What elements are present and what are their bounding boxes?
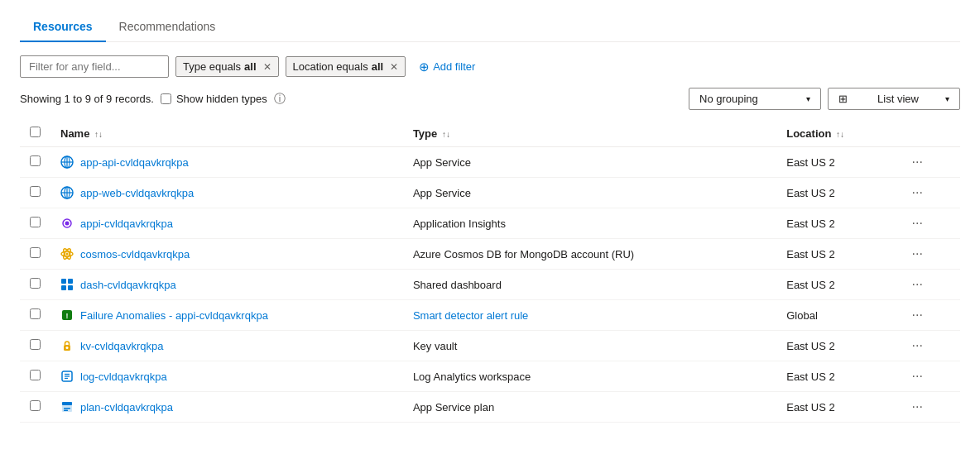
- header-type: Type ↑↓: [403, 120, 776, 147]
- type-link[interactable]: Smart detector alert rule: [413, 309, 528, 322]
- resource-name-link[interactable]: app-api-cvldqavkrqkpa: [80, 156, 189, 169]
- svg-point-13: [66, 253, 69, 256]
- more-actions-button[interactable]: ···: [907, 275, 928, 294]
- location-text: East US 2: [786, 218, 835, 230]
- resource-name-link[interactable]: log-cvldqavkrqkpa: [80, 371, 167, 383]
- more-actions-button[interactable]: ···: [907, 153, 928, 171]
- row-actions-cell: ···: [897, 331, 960, 361]
- grouping-label: No grouping: [699, 93, 758, 105]
- tab-recommendations[interactable]: Recommendations: [106, 13, 229, 41]
- location-text: Global: [786, 309, 818, 322]
- resource-name-link[interactable]: appi-cvldqavkrqkpa: [80, 218, 173, 230]
- type-text: Azure Cosmos DB for MongoDB account (RU): [413, 248, 634, 261]
- grouping-dropdown[interactable]: No grouping ▾: [689, 88, 821, 110]
- row-location-cell: East US 2: [776, 361, 896, 392]
- row-checkbox-cell: [20, 147, 50, 178]
- header-name: Name ↑↓: [50, 120, 403, 147]
- more-actions-button[interactable]: ···: [907, 214, 928, 232]
- row-checkbox[interactable]: [30, 217, 41, 227]
- row-name-cell: log-cvldqavkrqkpa: [50, 361, 403, 392]
- row-checkbox[interactable]: [30, 339, 41, 350]
- table-row: appi-cvldqavkrqkpa Application Insights …: [20, 208, 960, 239]
- svg-rect-15: [68, 279, 73, 284]
- resource-icon: [60, 400, 74, 414]
- row-name-cell: ! Failure Anomalies - appi-cvldqavkrqkpa: [50, 300, 403, 331]
- add-filter-button[interactable]: ⊕ Add filter: [412, 56, 482, 78]
- resource-name-link[interactable]: cosmos-cvldqavkrqkpa: [80, 248, 190, 261]
- row-location-cell: Global: [776, 300, 896, 331]
- row-actions-cell: ···: [897, 361, 960, 392]
- more-actions-button[interactable]: ···: [907, 245, 928, 263]
- show-hidden-checkbox[interactable]: [161, 93, 171, 104]
- svg-rect-29: [64, 410, 68, 412]
- info-tooltip-icon[interactable]: ⓘ: [274, 92, 286, 107]
- table-row: cosmos-cvldqavkrqkpa Azure Cosmos DB for…: [20, 239, 960, 270]
- resource-name-link[interactable]: plan-cvldqavkrqkpa: [80, 401, 173, 414]
- row-name-cell: cosmos-cvldqavkrqkpa: [50, 239, 403, 270]
- view-dropdown[interactable]: ⊞ List view ▾: [828, 88, 960, 110]
- type-filter-tag[interactable]: Type equals all ✕: [175, 56, 279, 77]
- row-name-cell: plan-cvldqavkrqkpa: [50, 392, 403, 423]
- row-actions-cell: ···: [897, 270, 960, 300]
- more-actions-button[interactable]: ···: [907, 337, 928, 355]
- tab-resources[interactable]: Resources: [20, 13, 106, 41]
- row-checkbox[interactable]: [30, 370, 41, 380]
- add-filter-icon: ⊕: [419, 60, 430, 74]
- more-actions-button[interactable]: ···: [907, 306, 928, 324]
- type-filter-close[interactable]: ✕: [263, 61, 271, 73]
- page-container: Resources Recommendations Type equals al…: [0, 0, 980, 436]
- row-checkbox[interactable]: [30, 278, 41, 289]
- svg-point-21: [66, 347, 69, 349]
- resource-name-link[interactable]: dash-cvldqavkrqkpa: [80, 279, 176, 291]
- filters-row: Type equals all ✕ Location equals all ✕ …: [20, 55, 960, 78]
- row-type-cell: Smart detector alert rule: [403, 300, 776, 331]
- type-filter-value: all: [244, 60, 256, 73]
- location-filter-close[interactable]: ✕: [390, 61, 398, 73]
- more-actions-button[interactable]: ···: [907, 367, 928, 385]
- select-all-checkbox[interactable]: [30, 127, 41, 137]
- location-filter-tag[interactable]: Location equals all ✕: [286, 56, 406, 77]
- showing-text: Showing 1 to 9 of 9 records.: [20, 93, 154, 105]
- row-checkbox-cell: [20, 300, 50, 331]
- row-name-cell: app-web-cvldqavkrqkpa: [50, 178, 403, 208]
- more-actions-button[interactable]: ···: [907, 184, 928, 202]
- row-type-cell: App Service: [403, 178, 776, 208]
- resource-name-link[interactable]: app-web-cvldqavkrqkpa: [80, 187, 194, 199]
- resource-table: Name ↑↓ Type ↑↓ Location ↑↓: [20, 120, 960, 423]
- type-filter-label: Type equals: [183, 60, 241, 73]
- row-actions-cell: ···: [897, 392, 960, 423]
- name-sort-icon[interactable]: ↑↓: [94, 130, 103, 139]
- type-sort-icon[interactable]: ↑↓: [442, 130, 450, 139]
- row-checkbox[interactable]: [30, 308, 41, 319]
- svg-rect-16: [61, 285, 66, 290]
- show-hidden-label[interactable]: Show hidden types: [161, 93, 267, 105]
- tabs-container: Resources Recommendations: [20, 13, 960, 42]
- resource-name-link[interactable]: kv-cvldqavkrqkpa: [80, 340, 163, 352]
- row-type-cell: Application Insights: [403, 208, 776, 239]
- filter-input[interactable]: [20, 55, 169, 78]
- table-row: plan-cvldqavkrqkpa App Service plan East…: [20, 392, 960, 423]
- row-checkbox[interactable]: [30, 155, 41, 166]
- row-checkbox-cell: [20, 239, 50, 270]
- row-actions-cell: ···: [897, 208, 960, 239]
- row-location-cell: East US 2: [776, 392, 896, 423]
- row-location-cell: East US 2: [776, 178, 896, 208]
- row-checkbox-cell: [20, 208, 50, 239]
- location-text: East US 2: [786, 371, 835, 383]
- location-sort-icon[interactable]: ↑↓: [836, 130, 844, 139]
- resource-icon: [60, 155, 74, 169]
- row-checkbox[interactable]: [30, 247, 41, 258]
- row-checkbox[interactable]: [30, 186, 41, 197]
- row-checkbox[interactable]: [30, 400, 41, 411]
- header-checkbox-cell: [20, 120, 50, 147]
- svg-point-9: [65, 222, 70, 226]
- more-actions-button[interactable]: ···: [907, 398, 928, 416]
- svg-rect-17: [68, 285, 73, 290]
- row-checkbox-cell: [20, 331, 50, 361]
- resource-name-link[interactable]: Failure Anomalies - appi-cvldqavkrqkpa: [80, 309, 268, 322]
- type-text: App Service: [413, 187, 471, 199]
- header-location: Location ↑↓: [776, 120, 896, 147]
- row-location-cell: East US 2: [776, 208, 896, 239]
- svg-rect-14: [61, 279, 66, 284]
- row-type-cell: Shared dashboard: [403, 270, 776, 300]
